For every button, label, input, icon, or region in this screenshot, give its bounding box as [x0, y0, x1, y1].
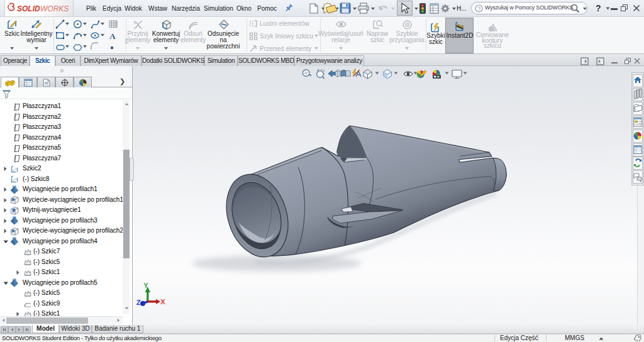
svg-text:WORKS: WORKS	[40, 4, 69, 13]
svg-text:Z: Z	[136, 299, 141, 306]
svg-text:SOLID: SOLID	[17, 4, 40, 13]
svg-text:A: A	[109, 31, 116, 41]
svg-text:X: X	[160, 298, 165, 306]
svg-text:?: ?	[477, 6, 480, 12]
